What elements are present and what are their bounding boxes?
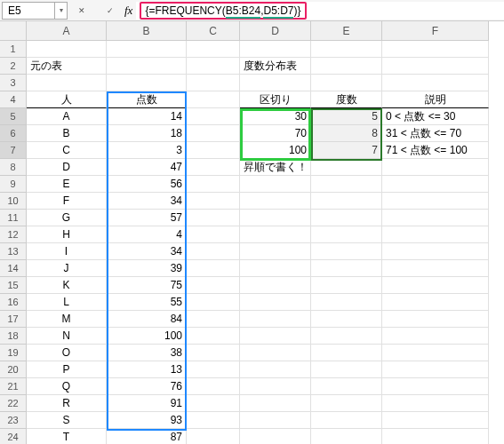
cell-B17[interactable]: 84 [107, 311, 187, 328]
cell-E18[interactable] [311, 328, 382, 345]
cell-A24[interactable]: T [27, 429, 107, 444]
cell-A10[interactable]: F [27, 193, 107, 210]
cell-C24[interactable] [187, 429, 240, 444]
cell-D11[interactable] [240, 210, 311, 226]
cell-D24[interactable] [240, 429, 311, 444]
cell-D10[interactable] [240, 193, 311, 210]
grid[interactable]: ABCDEF12元の表度数分布表34人点数区切り度数説明5A143050 < 点… [0, 21, 504, 444]
cell-E1[interactable] [311, 41, 382, 58]
row-header-1[interactable]: 1 [0, 41, 27, 58]
cell-F9[interactable] [382, 176, 489, 193]
confirm-icon[interactable]: ✓ [101, 3, 119, 19]
cell-E22[interactable] [311, 395, 382, 412]
row-header-21[interactable]: 21 [0, 378, 27, 395]
cell-A7[interactable]: C [27, 142, 107, 159]
cell-A21[interactable]: Q [27, 378, 107, 395]
cell-A23[interactable]: S [27, 412, 107, 429]
cell-D5[interactable]: 30 [240, 108, 311, 125]
cell-F20[interactable] [382, 361, 489, 378]
cell-C11[interactable] [187, 210, 240, 226]
cell-A22[interactable]: R [27, 395, 107, 412]
cell-F14[interactable] [382, 260, 489, 277]
cell-A6[interactable]: B [27, 125, 107, 142]
cell-D4[interactable]: 区切り [240, 91, 311, 108]
cell-C6[interactable] [187, 125, 240, 142]
row-header-18[interactable]: 18 [0, 328, 27, 345]
cell-F5[interactable]: 0 < 点数 <= 30 [382, 108, 489, 125]
cell-A9[interactable]: E [27, 176, 107, 193]
cell-A1[interactable] [27, 41, 107, 58]
cell-C4[interactable] [187, 91, 240, 108]
cell-A2[interactable]: 元の表 [27, 58, 107, 75]
col-header-A[interactable]: A [27, 21, 107, 41]
cell-B8[interactable]: 47 [107, 159, 187, 176]
cell-B1[interactable] [107, 41, 187, 58]
cell-F10[interactable] [382, 193, 489, 210]
cell-F23[interactable] [382, 412, 489, 429]
cell-C10[interactable] [187, 193, 240, 210]
cell-D7[interactable]: 100 [240, 142, 311, 159]
cell-C23[interactable] [187, 412, 240, 429]
col-header-B[interactable]: B [107, 21, 187, 41]
cell-C20[interactable] [187, 361, 240, 378]
cell-B20[interactable]: 13 [107, 361, 187, 378]
cell-E4[interactable]: 度数 [311, 91, 382, 108]
row-header-17[interactable]: 17 [0, 311, 27, 328]
cell-D21[interactable] [240, 378, 311, 395]
row-header-20[interactable]: 20 [0, 361, 27, 378]
cell-D17[interactable] [240, 311, 311, 328]
col-header-D[interactable]: D [240, 21, 311, 41]
cell-C21[interactable] [187, 378, 240, 395]
cell-B9[interactable]: 56 [107, 176, 187, 193]
cell-C19[interactable] [187, 345, 240, 361]
cell-E12[interactable] [311, 226, 382, 243]
cell-C2[interactable] [187, 58, 240, 75]
cell-E15[interactable] [311, 277, 382, 294]
row-header-13[interactable]: 13 [0, 243, 27, 260]
row-header-24[interactable]: 24 [0, 429, 27, 444]
cell-D14[interactable] [240, 260, 311, 277]
row-header-6[interactable]: 6 [0, 125, 27, 142]
cell-B13[interactable]: 34 [107, 243, 187, 260]
cell-E9[interactable] [311, 176, 382, 193]
cell-C15[interactable] [187, 277, 240, 294]
row-header-7[interactable]: 7 [0, 142, 27, 159]
cell-F18[interactable] [382, 328, 489, 345]
cell-C14[interactable] [187, 260, 240, 277]
cell-A5[interactable]: A [27, 108, 107, 125]
cell-B5[interactable]: 14 [107, 108, 187, 125]
cell-F13[interactable] [382, 243, 489, 260]
cell-B16[interactable]: 55 [107, 294, 187, 311]
row-header-10[interactable]: 10 [0, 193, 27, 210]
cell-B12[interactable]: 4 [107, 226, 187, 243]
cell-D13[interactable] [240, 243, 311, 260]
cell-C12[interactable] [187, 226, 240, 243]
col-header-F[interactable]: F [382, 21, 489, 41]
cell-F8[interactable] [382, 159, 489, 176]
cell-A11[interactable]: G [27, 210, 107, 226]
cell-D2[interactable]: 度数分布表 [240, 58, 311, 75]
cell-F12[interactable] [382, 226, 489, 243]
cell-D23[interactable] [240, 412, 311, 429]
cell-B2[interactable] [107, 58, 187, 75]
cell-A18[interactable]: N [27, 328, 107, 345]
cell-D15[interactable] [240, 277, 311, 294]
cell-B24[interactable]: 87 [107, 429, 187, 444]
cell-C13[interactable] [187, 243, 240, 260]
cell-A8[interactable]: D [27, 159, 107, 176]
cell-B10[interactable]: 34 [107, 193, 187, 210]
cell-F15[interactable] [382, 277, 489, 294]
cell-E21[interactable] [311, 378, 382, 395]
col-header-E[interactable]: E [311, 21, 382, 41]
cell-C7[interactable] [187, 142, 240, 159]
cell-E8[interactable] [311, 159, 382, 176]
cell-E20[interactable] [311, 361, 382, 378]
cell-E13[interactable] [311, 243, 382, 260]
row-header-9[interactable]: 9 [0, 176, 27, 193]
cell-B21[interactable]: 76 [107, 378, 187, 395]
cell-C16[interactable] [187, 294, 240, 311]
cell-B15[interactable]: 75 [107, 277, 187, 294]
cell-F16[interactable] [382, 294, 489, 311]
cell-E7[interactable]: 7 [311, 142, 382, 159]
cell-F1[interactable] [382, 41, 489, 58]
